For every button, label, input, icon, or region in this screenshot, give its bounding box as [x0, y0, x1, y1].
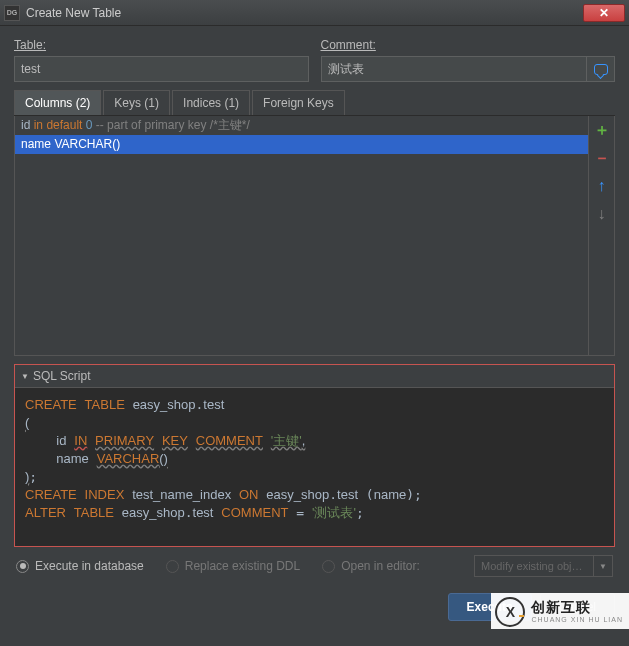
collapse-icon: ▼ [21, 372, 29, 381]
open-editor-dropdown: Modify existing obj… ▼ [474, 555, 613, 577]
plus-icon: ＋ [594, 120, 610, 141]
columns-list[interactable]: id in default 0 -- part of primary key /… [15, 116, 588, 355]
table-label: Table: [14, 38, 309, 52]
watermark: X 创新互联 CHUANG XIN HU LIAN [491, 593, 629, 629]
tab-keys[interactable]: Keys (1) [103, 90, 170, 115]
radio-replace-ddl[interactable]: Replace existing DDL [166, 559, 300, 573]
editor-dropdown-value: Modify existing obj… [474, 555, 594, 577]
radio-icon [322, 560, 335, 573]
radio-label: Open in editor: [341, 559, 420, 573]
footer: Execute Cancel X 创新互联 CHUANG XIN HU LIAN [14, 589, 615, 621]
sql-script-panel: ▼ SQL Script CREATE TABLE easy_shop.test… [14, 364, 615, 547]
column-row[interactable]: id in default 0 -- part of primary key /… [15, 116, 588, 135]
minus-icon: － [594, 148, 610, 169]
arrow-down-icon: ↓ [598, 205, 606, 223]
tab-indices[interactable]: Indices (1) [172, 90, 250, 115]
sql-script-title: SQL Script [33, 369, 91, 383]
remove-column-button[interactable]: － [594, 150, 610, 166]
tab-columns[interactable]: Columns (2) [14, 90, 101, 115]
radio-open-editor[interactable]: Open in editor: [322, 559, 420, 573]
radio-execute-db[interactable]: Execute in database [16, 559, 144, 573]
radio-label: Replace existing DDL [185, 559, 300, 573]
chevron-down-icon: ▼ [594, 555, 613, 577]
radio-icon [166, 560, 179, 573]
sql-code-area[interactable]: CREATE TABLE easy_shop.test ( id IN PRIM… [15, 387, 614, 546]
watermark-cn: 创新互联 [531, 600, 623, 615]
radio-label: Execute in database [35, 559, 144, 573]
radio-icon [16, 560, 29, 573]
titlebar: DG Create New Table ✕ [0, 0, 629, 26]
table-comment-input[interactable] [321, 56, 588, 82]
columns-area: id in default 0 -- part of primary key /… [14, 116, 615, 356]
watermark-logo-icon: X [495, 597, 525, 627]
app-icon: DG [4, 5, 20, 21]
column-row[interactable]: name VARCHAR() [15, 135, 588, 154]
close-icon: ✕ [599, 6, 609, 20]
comment-label: Comment: [321, 38, 616, 52]
table-name-input[interactable] [14, 56, 309, 82]
sql-script-header[interactable]: ▼ SQL Script [15, 365, 614, 387]
add-column-button[interactable]: ＋ [594, 122, 610, 138]
move-down-button[interactable]: ↓ [594, 206, 610, 222]
tab-foreign-keys[interactable]: Foreign Keys [252, 90, 345, 115]
move-up-button[interactable]: ↑ [594, 178, 610, 194]
close-button[interactable]: ✕ [583, 4, 625, 22]
comment-bubble-icon [594, 64, 608, 75]
arrow-up-icon: ↑ [598, 177, 606, 195]
open-comment-button[interactable] [587, 56, 615, 82]
options-row: Execute in database Replace existing DDL… [14, 547, 615, 589]
watermark-en: CHUANG XIN HU LIAN [531, 616, 623, 624]
columns-side-toolbar: ＋ － ↑ ↓ [588, 116, 614, 355]
window-title: Create New Table [26, 6, 583, 20]
tabs: Columns (2) Keys (1) Indices (1) Foreign… [14, 90, 615, 116]
